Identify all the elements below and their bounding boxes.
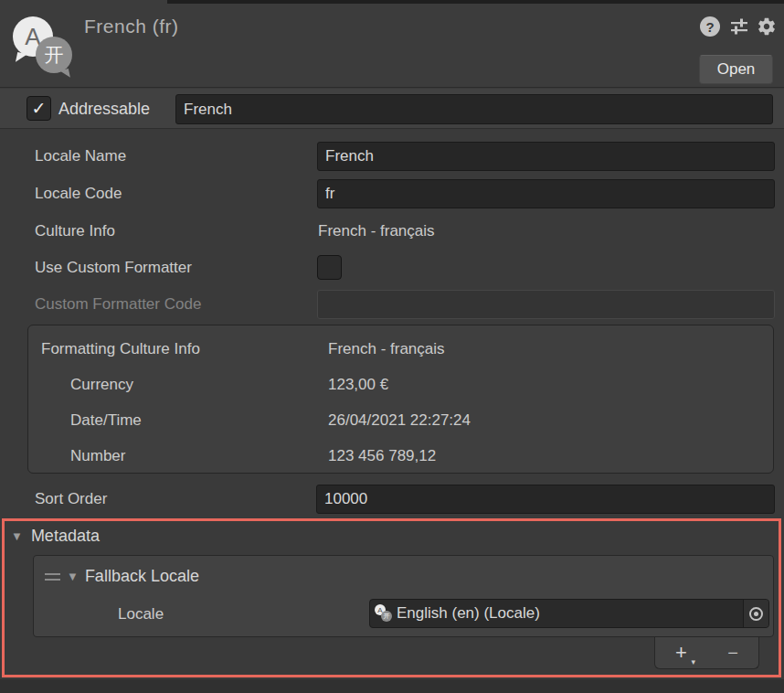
plus-icon: + bbox=[675, 641, 687, 664]
inspector-header: A 开 French (fr) ? Open bbox=[0, 0, 784, 88]
remove-metadata-button[interactable]: − bbox=[720, 644, 746, 662]
fallback-locale-field-label: Locale bbox=[118, 600, 164, 629]
datetime-label: Date/Time bbox=[70, 406, 142, 435]
help-glyph: ? bbox=[705, 19, 714, 35]
object-picker-button[interactable] bbox=[743, 600, 768, 627]
use-custom-formatter-checkbox[interactable] bbox=[317, 255, 342, 280]
fallback-locale-label: Fallback Locale bbox=[85, 567, 199, 586]
formatting-culture-box: Formatting Culture Info French - françai… bbox=[27, 325, 774, 474]
addressable-checkbox[interactable]: ✓ bbox=[26, 96, 51, 121]
locale-object-value: English (en) (Locale) bbox=[397, 604, 743, 623]
custom-formatter-code-input bbox=[317, 290, 775, 319]
formatting-culture-value: French - français bbox=[328, 335, 445, 364]
metadata-list-box: ▼ Fallback Locale Locale A 开 English (en… bbox=[33, 555, 774, 637]
datetime-value: 26/04/2021 22:27:24 bbox=[328, 406, 471, 435]
locale-mini-icon: A 开 bbox=[375, 604, 393, 623]
locale-code-label: Locale Code bbox=[35, 179, 309, 208]
metadata-foldout[interactable]: ▼ Metadata bbox=[11, 527, 100, 546]
currency-label: Currency bbox=[70, 370, 133, 400]
number-value: 123 456 789,12 bbox=[328, 442, 436, 471]
open-button-label: Open bbox=[717, 60, 756, 79]
locale-object-field[interactable]: A 开 English (en) (Locale) bbox=[369, 599, 769, 628]
header-top-divider bbox=[167, 0, 784, 4]
open-button[interactable]: Open bbox=[699, 55, 773, 84]
use-custom-formatter-label: Use Custom Formatter bbox=[35, 253, 309, 283]
locale-name-input[interactable] bbox=[317, 142, 775, 171]
presets-icon[interactable] bbox=[729, 16, 749, 37]
object-picker-icon bbox=[749, 607, 763, 621]
sort-order-label: Sort Order bbox=[35, 485, 309, 514]
metadata-list-toolbar: + ▾ − bbox=[654, 637, 759, 669]
gear-icon[interactable] bbox=[757, 16, 777, 37]
locale-asset-icon: A 开 bbox=[11, 13, 75, 75]
foldout-arrow-icon: ▼ bbox=[11, 529, 23, 543]
help-icon[interactable]: ? bbox=[700, 16, 720, 37]
locale-name-label: Locale Name bbox=[35, 142, 309, 171]
formatting-row-number: Number 123 456 789,12 bbox=[28, 442, 773, 471]
number-label: Number bbox=[70, 442, 125, 471]
addressable-label: Addressable bbox=[58, 89, 150, 129]
panel-bottom-gutter bbox=[0, 679, 784, 693]
add-metadata-button[interactable]: + ▾ bbox=[668, 643, 694, 663]
culture-info-label: Culture Info bbox=[35, 217, 309, 246]
foldout-arrow-icon: ▼ bbox=[67, 570, 79, 583]
formatting-row-datetime: Date/Time 26/04/2021 22:27:24 bbox=[28, 406, 773, 435]
sort-order-input[interactable] bbox=[316, 485, 775, 514]
han-bubble-icon: 开 bbox=[36, 37, 72, 73]
locale-code-input[interactable] bbox=[317, 179, 775, 208]
inspector-panel: A 开 French (fr) ? Open ✓ Addressable Loc… bbox=[0, 0, 784, 693]
addressable-row: ✓ Addressable bbox=[0, 89, 784, 129]
currency-value: 123,00 € bbox=[328, 370, 388, 400]
asset-title: French (fr) bbox=[84, 16, 179, 37]
formatting-culture-label: Formatting Culture Info bbox=[41, 335, 200, 364]
han-bubble-mini-icon: 开 bbox=[381, 611, 392, 622]
drag-handle-icon[interactable] bbox=[45, 573, 60, 581]
dropdown-caret-icon: ▾ bbox=[691, 658, 695, 666]
culture-info-value: French - français bbox=[318, 217, 435, 246]
checkmark-icon: ✓ bbox=[32, 100, 47, 117]
metadata-label: Metadata bbox=[31, 527, 100, 546]
custom-formatter-code-label: Custom Formatter Code bbox=[35, 290, 309, 319]
addressable-address-input[interactable] bbox=[175, 94, 773, 124]
formatting-row-currency: Currency 123,00 € bbox=[28, 370, 773, 400]
minus-icon: − bbox=[727, 643, 738, 663]
fallback-locale-foldout[interactable]: ▼ Fallback Locale bbox=[45, 567, 199, 586]
